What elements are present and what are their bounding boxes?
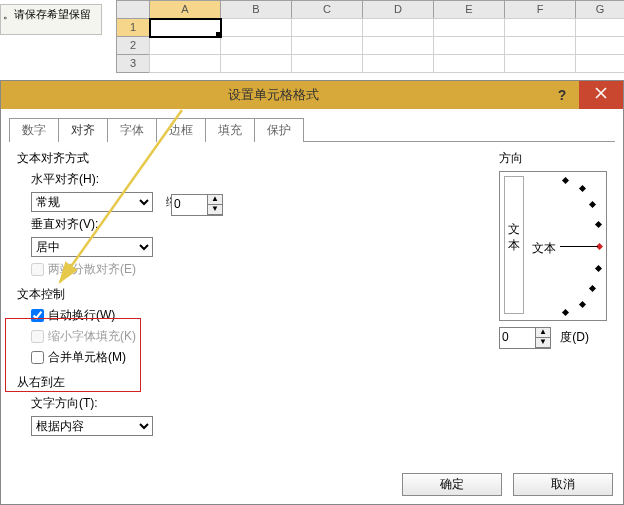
cell[interactable] — [362, 18, 434, 37]
vertical-text-char: 文 — [508, 222, 520, 236]
col-header-b[interactable]: B — [220, 0, 292, 19]
selected-cell[interactable] — [149, 18, 222, 38]
title-bar: 设置单元格格式 ? — [1, 81, 623, 109]
cell[interactable] — [291, 18, 363, 37]
cell[interactable] — [504, 36, 576, 55]
ok-button[interactable]: 确定 — [402, 473, 502, 496]
justify-distributed-label: 两端分散对齐(E) — [48, 261, 136, 278]
spin-buttons[interactable]: ▲▼ — [207, 195, 222, 215]
dialog-title: 设置单元格格式 — [1, 86, 545, 104]
cell[interactable] — [575, 36, 624, 55]
text-direction-label: 文字方向(T): — [31, 395, 611, 412]
cell[interactable] — [575, 54, 624, 73]
cell[interactable] — [291, 54, 363, 73]
justify-distributed-checkbox — [31, 263, 44, 276]
wrap-text-label: 自动换行(W) — [48, 307, 115, 324]
cell[interactable] — [220, 54, 292, 73]
merge-cells-checkbox[interactable] — [31, 351, 44, 364]
row-header-1[interactable]: 1 — [116, 18, 150, 37]
cell[interactable] — [433, 36, 505, 55]
dialog-body: 文本对齐方式 水平对齐(H): 常规 缩进(I): 垂直对齐(V): ▲▼ 居中… — [1, 142, 623, 436]
cell[interactable] — [220, 36, 292, 55]
cell[interactable] — [149, 54, 221, 73]
format-cells-dialog: 设置单元格格式 ? 数字 对齐 字体 边框 填充 保护 文本对齐方式 水平对齐(… — [0, 80, 624, 505]
vertical-text-button[interactable]: 文 本 — [504, 176, 524, 314]
rtl-group: 从右到左 文字方向(T): 根据内容 — [17, 374, 611, 436]
select-all-corner[interactable] — [116, 0, 150, 19]
dialog-button-bar: 确定 取消 — [394, 473, 613, 496]
col-header-a[interactable]: A — [149, 0, 221, 19]
tab-border[interactable]: 边框 — [156, 118, 206, 142]
spreadsheet-area: 。请保存希望保留 A B C D E F G 1 2 3 — [0, 0, 624, 80]
cell[interactable] — [433, 54, 505, 73]
degree-label: 度(D) — [560, 330, 589, 344]
orientation-group: 方向 文 本 文本 — [499, 150, 609, 349]
tab-strip: 数字 对齐 字体 边框 填充 保护 — [9, 117, 623, 141]
help-button[interactable]: ? — [545, 81, 579, 109]
vertical-align-label: 垂直对齐(V): — [31, 217, 98, 231]
orientation-line — [560, 246, 598, 247]
cell[interactable] — [362, 54, 434, 73]
wrap-text-checkbox[interactable] — [31, 309, 44, 322]
cell[interactable] — [149, 36, 221, 55]
orientation-dial[interactable]: 文本 — [530, 176, 602, 316]
shrink-to-fit-label: 缩小字体填充(K) — [48, 328, 136, 345]
merge-cells-label: 合并单元格(M) — [48, 349, 126, 366]
vertical-text-char: 本 — [508, 238, 520, 252]
col-header-e[interactable]: E — [433, 0, 505, 19]
cell[interactable] — [362, 36, 434, 55]
row-header-2[interactable]: 2 — [116, 36, 150, 55]
col-header-f[interactable]: F — [504, 0, 576, 19]
col-header-g[interactable]: G — [575, 0, 624, 19]
tab-fill[interactable]: 填充 — [205, 118, 255, 142]
orientation-label: 方向 — [499, 150, 609, 167]
rtl-label: 从右到左 — [17, 374, 611, 391]
cell[interactable] — [220, 18, 292, 37]
shrink-to-fit-checkbox — [31, 330, 44, 343]
indent-spin[interactable]: ▲▼ — [171, 194, 223, 216]
cell[interactable] — [575, 18, 624, 37]
cell[interactable] — [433, 18, 505, 37]
merge-cells-row: 合并单元格(M) — [31, 349, 611, 366]
cell[interactable] — [504, 54, 576, 73]
tab-protection[interactable]: 保护 — [254, 118, 304, 142]
orientation-box: 文 本 文本 — [499, 171, 607, 321]
cell[interactable] — [504, 18, 576, 37]
close-icon — [595, 87, 607, 99]
close-button[interactable] — [579, 81, 623, 109]
horizontal-align-select[interactable]: 常规 — [31, 192, 153, 212]
spin-buttons[interactable]: ▲▼ — [535, 328, 550, 348]
cell[interactable] — [291, 36, 363, 55]
side-note: 。请保存希望保留 — [0, 4, 102, 35]
tab-number[interactable]: 数字 — [9, 118, 59, 142]
col-header-d[interactable]: D — [362, 0, 434, 19]
cancel-button[interactable]: 取消 — [513, 473, 613, 496]
degree-spin[interactable]: ▲▼ — [499, 327, 551, 349]
tab-font[interactable]: 字体 — [107, 118, 157, 142]
col-header-c[interactable]: C — [291, 0, 363, 19]
row-header-3[interactable]: 3 — [116, 54, 150, 73]
tab-alignment[interactable]: 对齐 — [58, 118, 108, 142]
vertical-align-select[interactable]: 居中 — [31, 237, 153, 257]
fill-handle[interactable] — [216, 32, 221, 37]
text-direction-select[interactable]: 根据内容 — [31, 416, 153, 436]
orientation-text-sample: 文本 — [532, 240, 556, 257]
